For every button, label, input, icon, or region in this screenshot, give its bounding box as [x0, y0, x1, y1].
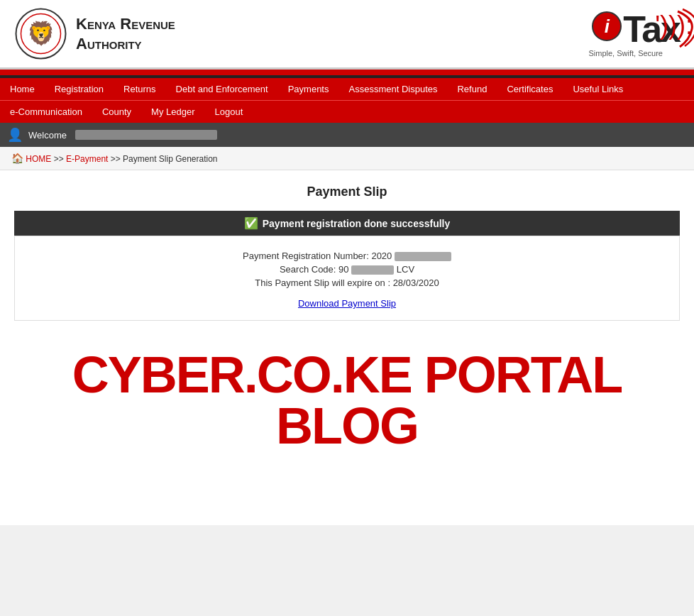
red-divider — [0, 70, 694, 75]
watermark-section: CYBER.CO.KE PORTAL BLOG — [14, 321, 680, 480]
nav-payments[interactable]: Payments — [278, 78, 339, 100]
success-bar: ✅ Payment registration done successfully — [14, 211, 680, 236]
payment-info-section: Payment Registration Number: 2020 Search… — [14, 236, 680, 321]
nav-county[interactable]: County — [92, 101, 141, 123]
registration-number-blurred — [395, 252, 451, 261]
kra-name: Kenya Revenue Authority — [76, 14, 175, 53]
nav-returns[interactable]: Returns — [114, 78, 166, 100]
main-content: Payment Slip ✅ Payment registration done… — [0, 170, 694, 525]
registration-number-label: Payment Registration Number: 2020 — [243, 251, 392, 261]
nav-assessment-disputes[interactable]: Assessment Disputes — [338, 78, 447, 100]
breadcrumb-current: Payment Slip Generation — [123, 154, 217, 164]
top-navigation: Home Registration Returns Debt and Enfor… — [0, 78, 694, 100]
itax-logo: i Tax '))); Simple, Swift, Secure — [588, 11, 680, 57]
nav-logout[interactable]: Logout — [205, 101, 253, 123]
nav-useful-links[interactable]: Useful Links — [563, 78, 633, 100]
nav-home[interactable]: Home — [0, 78, 45, 100]
search-code-blurred — [351, 265, 394, 275]
kra-branding: 🦁 Kenya Revenue Authority — [14, 7, 175, 60]
nav-registration[interactable]: Registration — [45, 78, 114, 100]
welcome-label: Welcome — [28, 130, 67, 141]
expiry-label: This Payment Slip will expire on : 28/03… — [255, 277, 439, 288]
search-code-label: Search Code: 90 — [280, 264, 349, 275]
page-title: Payment Slip — [14, 185, 680, 199]
breadcrumb-sep1: >> — [54, 154, 66, 164]
svg-text:🦁: 🦁 — [27, 20, 55, 47]
itax-tagline: Simple, Swift, Secure — [588, 49, 663, 57]
registration-number-line: Payment Registration Number: 2020 — [26, 251, 668, 261]
watermark-text: CYBER.CO.KE PORTAL BLOG — [14, 321, 680, 480]
content-area: Payment Slip ✅ Payment registration done… — [0, 170, 694, 525]
nav-refund[interactable]: Refund — [447, 78, 497, 100]
breadcrumb-sep2: >> — [111, 154, 123, 164]
search-code-line: Search Code: 90 LCV — [26, 264, 668, 275]
search-code-lcv: LCV — [397, 264, 414, 275]
expiry-line: This Payment Slip will expire on : 28/03… — [26, 277, 668, 288]
welcome-bar: 👤 Welcome — [0, 123, 694, 147]
nav-certificates[interactable]: Certificates — [497, 78, 563, 100]
download-payment-slip-link[interactable]: Download Payment Slip — [298, 298, 396, 309]
kra-logo: 🦁 — [14, 7, 67, 60]
breadcrumb-epayment[interactable]: E-Payment — [66, 154, 108, 164]
nav-ecommunication[interactable]: e-Communication — [0, 101, 92, 123]
breadcrumb: 🏠 HOME >> E-Payment >> Payment Slip Gene… — [0, 147, 694, 170]
nav-my-ledger[interactable]: My Ledger — [141, 101, 204, 123]
nav-debt-enforcement[interactable]: Debt and Enforcement — [166, 78, 278, 100]
success-icon: ✅ — [244, 216, 258, 230]
bottom-navigation: e-Communication County My Ledger Logout — [0, 100, 694, 123]
home-icon: 🏠 — [11, 153, 23, 164]
user-icon: 👤 — [7, 127, 23, 143]
page-header: 🦁 Kenya Revenue Authority i Tax '))); Si… — [0, 0, 694, 70]
user-name-blurred — [75, 130, 217, 140]
success-message: Payment registration done successfully — [263, 218, 451, 229]
breadcrumb-home[interactable]: HOME — [26, 154, 51, 164]
